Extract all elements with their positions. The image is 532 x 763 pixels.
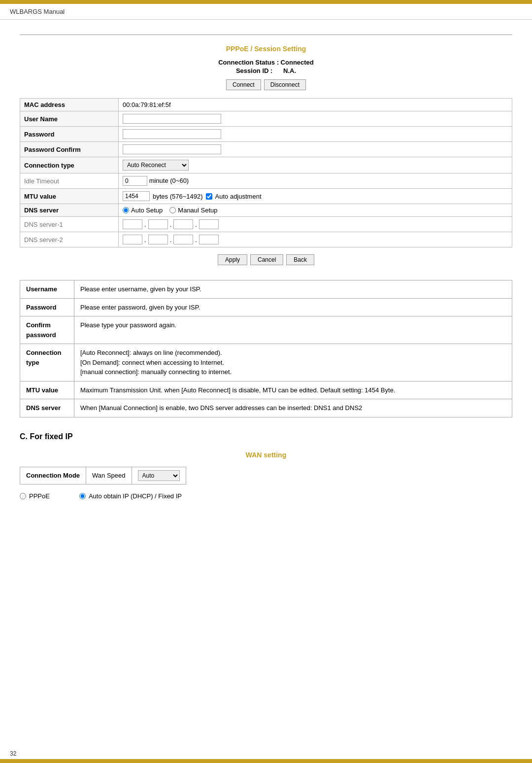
cancel-button[interactable]: Cancel [250,254,283,265]
status-label: Connection Status : [218,59,279,66]
session-value: N.A. [283,67,296,74]
connection-mode-label: Connection Mode [20,467,86,484]
dns2-inputs: . . . [123,235,508,244]
help-label-dns: DNS server [20,399,74,417]
dns-manual-label[interactable]: Manaul Setup [169,207,217,214]
fixed-ip-title: C. For fixed IP [20,432,512,441]
manual-title: WLBARGS Manual [10,8,65,15]
pppoe-radio[interactable] [20,493,26,499]
connection-status-line: Connection Status : Connected [20,59,512,66]
dns-server2-cell: . . . [119,232,512,247]
apply-button[interactable]: Apply [218,254,247,265]
dns1-inputs: . . . [123,219,508,229]
dns-server1-cell: . . . [119,217,512,232]
idle-timeout-cell: minute (0~60) [119,173,512,189]
help-row-password: Password Please enter password, given by… [20,298,512,316]
connection-status-block: Connection Status : Connected Session ID… [20,59,512,74]
password-row: Password [20,127,512,142]
dns-radio-group: Auto Setup Manaul Setup [123,207,508,214]
help-table: Username Please enter username, given by… [20,280,512,417]
dns1-oct4[interactable] [199,219,219,229]
connect-button[interactable]: Connect [226,79,261,90]
pppoe-title: PPPoE / Session Setting [20,45,512,53]
session-label: Session ID : [236,67,272,74]
help-desc-confirm: Please type your password again. [74,316,512,344]
help-label-connection: Connectiontype [20,344,74,382]
dhcp-radio[interactable] [79,493,86,499]
dns2-oct2[interactable] [148,235,168,244]
back-button[interactable]: Back [286,254,314,265]
help-row-mtu: MTU value Maximum Transmission Unit. whe… [20,381,512,399]
page-number: 32 [10,750,16,757]
help-label-mtu: MTU value [20,381,74,399]
password-confirm-cell [119,142,512,157]
password-confirm-row: Password Confirm [20,142,512,157]
user-name-row: User Name [20,111,512,127]
user-name-input[interactable] [123,114,221,124]
connection-type-label: Connection type [20,157,119,173]
dns-manual-radio[interactable] [169,207,176,213]
session-id-line: Session ID : N.A. [20,67,512,74]
wan-setting-title: WAN setting [20,451,512,459]
help-label-confirm: Confirmpassword [20,316,74,344]
mtu-label: MTU value [20,189,119,204]
mtu-row-inner: bytes (576~1492) Auto adjustment [123,191,508,201]
wan-speed-select[interactable]: Auto 10M Half 10M Full 100M Half 100M Fu… [138,470,180,481]
disconnect-button[interactable]: Disconnect [264,79,306,90]
mtu-hint: bytes (576~1492) [153,193,203,200]
dns2-oct1[interactable] [123,235,142,244]
dns1-oct2[interactable] [148,219,168,229]
dhcp-radio-text: Auto obtain IP (DHCP) / Fixed IP [89,492,182,500]
section-divider-top [20,35,512,35]
user-name-label: User Name [20,111,119,127]
mtu-input[interactable] [123,191,150,201]
dns-auto-radio[interactable] [123,207,129,213]
help-label-password: Password [20,298,74,316]
dns1-oct1[interactable] [123,219,142,229]
dns-server1-row: DNS server-1 . . . [20,217,512,232]
connect-buttons-group: Connect Disconnect [20,79,512,90]
password-confirm-label: Password Confirm [20,142,119,157]
user-name-cell [119,111,512,127]
idle-timeout-hint: minute (0~60) [149,177,189,184]
dns2-oct3[interactable] [173,235,193,244]
help-row-username: Username Please enter username, given by… [20,280,512,299]
bottom-bar [0,759,532,763]
password-confirm-input[interactable] [123,144,221,154]
settings-table: MAC address 00:0a:79:81:ef:5f User Name … [20,98,512,247]
dns-server-label: DNS server [20,204,119,217]
mtu-auto-checkbox[interactable] [206,193,212,200]
dns1-oct3[interactable] [173,219,193,229]
connection-type-select[interactable]: Auto Reconect On Demand Manual Connectio… [123,160,189,171]
help-row-dns: DNS server When [Manual Connection] is e… [20,399,512,417]
dns-server2-label: DNS server-2 [20,232,119,247]
wan-speed-label: Wan Speed [86,467,132,484]
form-buttons: Apply Cancel Back [20,254,512,265]
pppoe-radio-label[interactable]: PPPoE [20,492,50,500]
dns-server2-row: DNS server-2 . . . [20,232,512,247]
connection-type-row: Connection type Auto Reconect On Demand … [20,157,512,173]
pppoe-radio-text: PPPoE [29,492,50,500]
help-row-confirm: Confirmpassword Please type your passwor… [20,316,512,344]
password-cell [119,127,512,142]
mac-address-row: MAC address 00:0a:79:81:ef:5f [20,99,512,111]
password-input[interactable] [123,129,221,139]
page-header: WLBARGS Manual [0,4,532,20]
mtu-row: MTU value bytes (576~1492) Auto adjustme… [20,189,512,204]
dns-auto-label[interactable]: Auto Setup [123,207,163,214]
password-label: Password [20,127,119,142]
help-row-connection: Connectiontype [Auto Reconnect]: always … [20,344,512,382]
mac-address-value: 00:0a:79:81:ef:5f [119,99,512,111]
help-desc-username: Please enter username, given by your ISP… [74,280,512,299]
wan-speed-cell: Auto 10M Half 10M Full 100M Half 100M Fu… [132,467,186,484]
dhcp-radio-label[interactable]: Auto obtain IP (DHCP) / Fixed IP [79,492,182,500]
dns2-oct4[interactable] [199,235,219,244]
idle-timeout-input[interactable] [123,176,147,186]
help-desc-connection: [Auto Reconnect]: always on line (recomm… [74,344,512,382]
dns-server1-label: DNS server-1 [20,217,119,232]
connection-type-cell: Auto Reconect On Demand Manual Connectio… [119,157,512,173]
dns-manual-text: Manaul Setup [178,207,217,214]
wan-table: Connection Mode Wan Speed Auto 10M Half … [20,467,186,485]
dns-auto-text: Auto Setup [131,207,163,214]
mtu-auto-label: Auto adjustment [215,193,262,200]
